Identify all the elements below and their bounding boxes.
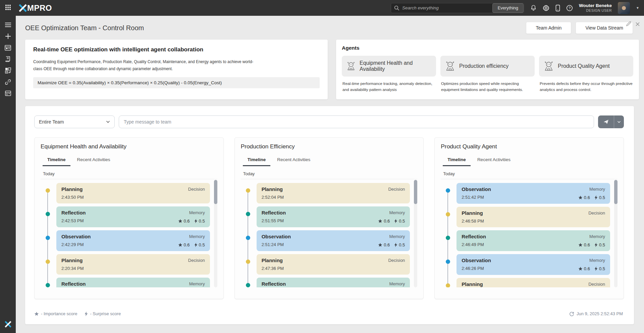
entry-type-badge: Memory (178, 234, 205, 239)
entry-time: 2:46:49 PM (462, 242, 578, 247)
mobile-button[interactable] (555, 5, 560, 11)
panel-footer: - Importance score - Surprise score Jun … (34, 311, 624, 316)
sidebar-add-button[interactable] (0, 31, 16, 42)
surprise-bolt-icon (594, 243, 598, 247)
sidebar-script-button[interactable] (0, 53, 16, 65)
agent-tile[interactable]: Product Quality Agent (539, 56, 633, 77)
tab-recent-activities[interactable]: Recent Activities (473, 155, 515, 166)
timeline-entry[interactable]: Reflection 2:46:49 PM Memory (457, 230, 610, 251)
apps-grid-icon[interactable] (5, 5, 12, 11)
timeline-dot-column (443, 278, 457, 287)
surprise-score: 0.5 (594, 266, 605, 271)
timeline-entry[interactable]: Planning 2:46:58 PM Decision (457, 207, 610, 227)
timeline-entry[interactable]: Planning 2:47:36 PM Decision (257, 254, 410, 275)
timeline-viewport: Planning 2:43:50 PM Decision (41, 179, 217, 287)
xmpro-x-logo (19, 4, 27, 12)
entry-title: Observation (462, 257, 578, 263)
timeline-entry[interactable]: Planning 2:20:34 PM Decision (56, 254, 210, 275)
timeline-item: Reflection 2:51:55 PM Memory (243, 206, 410, 227)
entry-type-badge: Memory (378, 210, 405, 215)
timeline-entry[interactable]: Reflection 2:51:55 PM Memory (257, 206, 410, 227)
timeline-entry[interactable]: Planning 2:52:04 PM Decision (257, 183, 410, 203)
tab-bar: Timeline Recent Activities (41, 155, 217, 166)
timeline-entry[interactable]: Reflection Memory (56, 278, 210, 287)
send-button[interactable] (598, 115, 614, 128)
user-name: Wouter Beneke (579, 3, 612, 9)
timeline-dot (46, 236, 50, 240)
content-area: OEE Optimization Team - Control Room Tea… (16, 16, 644, 333)
search-scope-button[interactable]: Everything (492, 3, 524, 13)
importance-score: 0.6 (378, 242, 390, 247)
entry-title: Planning (61, 257, 188, 263)
entry-type-badge: Decision (388, 258, 405, 263)
entry-type-badge: Memory (189, 281, 205, 286)
timeline-entry[interactable]: Reflection 2:42:53 PM Memory (56, 206, 210, 227)
entry-title: Planning (262, 186, 388, 192)
timeline-dot-column (43, 278, 56, 287)
chevron-down-icon (106, 121, 110, 123)
timeline-entry[interactable]: Reflection Memory (257, 278, 410, 287)
tab-timeline[interactable]: Timeline (243, 155, 271, 166)
view-data-stream-button[interactable]: View Data Stream (576, 22, 633, 34)
recipient-select[interactable]: Entire Team (34, 115, 115, 128)
importance-star-icon (578, 267, 583, 271)
settings-button[interactable] (543, 5, 549, 11)
close-page-button[interactable] (635, 21, 640, 28)
edit-page-button[interactable] (626, 21, 631, 28)
user-menu[interactable]: Wouter Beneke DESIGN USER (579, 3, 612, 13)
timeline-item: Planning Decision (443, 278, 610, 287)
message-input[interactable] (119, 115, 594, 128)
refresh-icon (569, 311, 574, 316)
timeline-dot (246, 236, 250, 240)
entry-title: Planning (61, 186, 188, 192)
robot-icon (445, 61, 455, 72)
entry-type-badge: Memory (578, 258, 605, 263)
team-panel: Entire Team (25, 106, 634, 324)
sidebar-menu-button[interactable] (0, 19, 16, 31)
help-icon: ? (566, 5, 573, 11)
avatar[interactable] (618, 2, 630, 14)
sidebar-blocks-button[interactable] (0, 65, 16, 76)
timeline-item: Reflection 2:42:53 PM Memory (43, 206, 210, 227)
scrollbar-thumb[interactable] (214, 180, 217, 204)
notifications-button[interactable] (530, 5, 537, 11)
timeline-entry[interactable]: Observation 2:42:29 PM Memory (56, 230, 210, 251)
entry-type-badge: Decision (588, 282, 605, 287)
tab-recent-activities[interactable]: Recent Activities (272, 155, 315, 166)
user-caret-icon[interactable]: ▼ (636, 6, 639, 10)
page-title: OEE Optimization Team - Control Room (25, 24, 144, 32)
help-button[interactable]: ? (566, 5, 573, 11)
tab-recent-activities[interactable]: Recent Activities (72, 155, 115, 166)
agent-tile[interactable]: Equipment Health and Availability (342, 56, 436, 77)
team-admin-button[interactable]: Team Admin (526, 22, 571, 34)
tab-timeline[interactable]: Timeline (43, 155, 70, 166)
entry-time: 2:20:34 PM (61, 266, 188, 271)
entry-title: Reflection (61, 281, 189, 287)
entry-title: Observation (262, 234, 378, 239)
timeline-item: Observation 2:46:26 PM Memory (443, 254, 610, 275)
entry-title: Reflection (61, 210, 178, 216)
refresh-button[interactable] (569, 311, 574, 316)
overview-card: Real-time OEE optimization with intellig… (25, 40, 328, 99)
search-input[interactable] (399, 5, 492, 10)
send-options-button[interactable] (614, 115, 624, 128)
close-icon (635, 22, 640, 27)
timeline-entry[interactable]: Observation 2:51:42 PM Memory (457, 183, 610, 204)
timeline-entry[interactable]: Observation 2:51:24 PM Memory (257, 230, 410, 251)
entry-type-badge: Decision (588, 210, 605, 216)
timeline-item: Reflection 2:46:49 PM Memory (443, 230, 610, 251)
sidebar-dashboard-button[interactable] (0, 42, 16, 53)
sidebar-link-button[interactable] (0, 76, 16, 88)
surprise-score: 0.5 (394, 242, 405, 247)
timeline-entry[interactable]: Observation 2:46:26 PM Memory (457, 254, 610, 275)
timeline-entry[interactable]: Planning Decision (457, 278, 610, 287)
timeline-dot-column (43, 183, 56, 203)
mobile-icon (555, 5, 560, 11)
agent-tile[interactable]: Production efficiency (440, 56, 535, 77)
scrollbar-thumb[interactable] (414, 180, 417, 204)
sidebar-calculator-button[interactable] (0, 88, 16, 99)
agent-description: Real-time performance tracking, anomaly … (342, 81, 436, 93)
tab-timeline[interactable]: Timeline (443, 155, 471, 166)
scrollbar-thumb[interactable] (614, 180, 618, 204)
timeline-entry[interactable]: Planning 2:43:50 PM Decision (56, 183, 210, 203)
